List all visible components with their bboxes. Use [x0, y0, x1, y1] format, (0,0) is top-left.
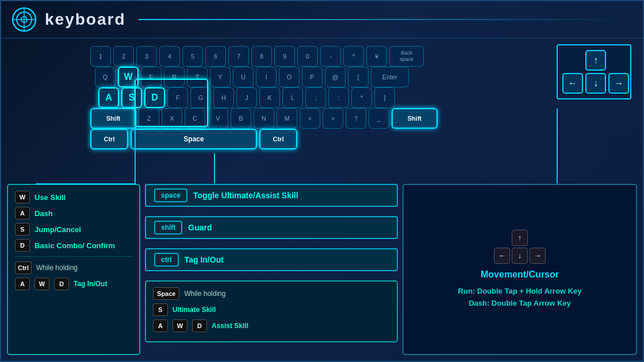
key-7[interactable]: 7 [228, 46, 249, 67]
key-at[interactable]: @ [325, 67, 346, 87]
key-a[interactable]: A [98, 87, 119, 108]
badge-ctrl-hold: Ctrl [15, 261, 32, 274]
key-question[interactable]: ? [346, 108, 366, 129]
key-backspace[interactable]: Backspace [389, 46, 424, 67]
connector-wasd-horiz [36, 183, 136, 184]
key-v[interactable]: V [208, 108, 228, 129]
space-holding-awd: A W D Assist Skill [153, 319, 390, 332]
space-while-holding-label: While holding [184, 290, 225, 298]
logo-icon [10, 6, 38, 33]
key-g[interactable]: G [190, 87, 211, 108]
key-shift-right[interactable]: Shift [392, 108, 438, 129]
arrow-empty-2 [608, 50, 629, 71]
keyboard-wrapper: 1 2 3 4 5 6 7 8 9 0 - ^ ¥ Backspace Q W … [90, 46, 551, 149]
key-m[interactable]: M [277, 108, 297, 129]
cmd-space-box: space Toggle Ultimate/Assist Skill [145, 184, 398, 207]
space-holding-awd-label: Assist Skill [212, 322, 248, 330]
key-bracket-left[interactable]: [ [348, 67, 369, 87]
skill-a-label: Dash [34, 209, 53, 218]
connector-wasd-left [135, 127, 136, 183]
key-yen[interactable]: ¥ [366, 46, 387, 67]
key-8[interactable]: 8 [251, 46, 272, 67]
key-lt[interactable]: < [300, 108, 320, 129]
arrow-right[interactable]: → [608, 73, 629, 94]
cmd-ctrl-key: ctrl [154, 253, 179, 267]
cmd-shift-label: Guard [188, 223, 212, 232]
keyboard-row-2: Q W E R T Y U I O P @ [ Enter [95, 67, 551, 87]
key-space[interactable]: Space [131, 129, 257, 149]
badge-s: S [15, 223, 30, 236]
skill-row-d: D Basic Combo/ Confirm [15, 239, 132, 252]
keyboard-row-4: Shift Z X C V B N M < > ? _ Shift [90, 108, 551, 129]
arrow-keys-box: ↑ ← ↓ → [557, 44, 631, 99]
key-p[interactable]: P [302, 67, 323, 87]
key-q[interactable]: Q [95, 67, 116, 87]
key-ctrl-left[interactable]: Ctrl [90, 129, 128, 149]
key-4[interactable]: 4 [159, 46, 180, 67]
key-minus[interactable]: - [320, 46, 341, 67]
skill-row-s: S Jump/Cancel [15, 223, 132, 236]
cmd-ctrl-box: ctrl Tag In/Out [145, 248, 398, 271]
ctrl-holding-action-label: Tag In/Out [74, 280, 107, 288]
key-u[interactable]: U [233, 67, 254, 87]
key-i[interactable]: I [256, 67, 277, 87]
key-shift-left[interactable]: Shift [90, 108, 136, 129]
key-n[interactable]: N [254, 108, 274, 129]
panel-skills: W Use Skill A Dash S Jump/Cancel D Basic… [7, 184, 140, 355]
key-y[interactable]: Y [210, 67, 231, 87]
arrow-left[interactable]: ← [562, 73, 583, 94]
key-0[interactable]: 0 [297, 46, 318, 67]
key-f[interactable]: F [167, 87, 188, 108]
key-6[interactable]: 6 [205, 46, 226, 67]
badge-space-d: D [192, 319, 207, 332]
bottom-panels: W Use Skill A Dash S Jump/Cancel D Basic… [7, 184, 637, 355]
key-5[interactable]: 5 [182, 46, 203, 67]
key-t[interactable]: T [187, 67, 208, 87]
key-underscore[interactable]: _ [369, 108, 389, 129]
mini-arrow-right: → [530, 248, 546, 264]
key-caret[interactable]: ^ [343, 46, 364, 67]
key-o[interactable]: O [279, 67, 300, 87]
cmd-ctrl-label: Tag In/Out [185, 255, 224, 264]
key-c[interactable]: C [185, 108, 205, 129]
arrow-down[interactable]: ↓ [585, 73, 606, 94]
key-z[interactable]: Z [139, 108, 159, 129]
arrow-up[interactable]: ↑ [585, 50, 606, 71]
movement-tip1: Run: Double Tap + Hold Arrow Key Dash: D… [453, 286, 588, 310]
key-r[interactable]: R [164, 67, 185, 87]
key-w[interactable]: W [118, 67, 139, 87]
key-3[interactable]: 3 [136, 46, 157, 67]
connector-arrows [557, 109, 558, 183]
key-ctrl-right[interactable]: Ctrl [259, 129, 297, 149]
cmd-shift-key: shift [154, 221, 182, 234]
key-s[interactable]: S [121, 87, 142, 108]
movement-title: Movement/Cursor [481, 269, 559, 280]
keyboard-row-3: A S D F G H J K L ; : * ] [98, 87, 551, 108]
key-d[interactable]: D [144, 87, 165, 108]
key-l[interactable]: L [282, 87, 303, 108]
badge-d: D [15, 239, 30, 252]
key-enter[interactable]: Enter [371, 67, 409, 87]
key-gt[interactable]: > [323, 108, 343, 129]
panel-center: space Toggle Ultimate/Assist Skill shift… [145, 184, 398, 355]
key-h[interactable]: H [213, 87, 234, 108]
key-j[interactable]: J [236, 87, 257, 108]
key-asterisk[interactable]: * [351, 87, 372, 108]
badge-space-hold: Space [153, 287, 179, 300]
key-bracket-right[interactable]: ] [374, 87, 395, 108]
keyboard-row-5: Ctrl Space Ctrl [90, 129, 551, 149]
ctrl-while-holding-label: While holding [36, 264, 78, 272]
key-k[interactable]: K [259, 87, 280, 108]
key-x[interactable]: X [162, 108, 182, 129]
arrow-empty-1 [562, 50, 583, 71]
key-semicolon[interactable]: ; [305, 87, 326, 108]
key-b[interactable]: B [231, 108, 251, 129]
key-colon[interactable]: : [328, 87, 349, 108]
cmd-space-key: space [154, 188, 187, 202]
key-e[interactable]: E [141, 67, 162, 87]
movement-arrows-container: ↑ ← ↓ → [494, 230, 546, 264]
key-2[interactable]: 2 [113, 46, 134, 67]
badge-space-w: W [172, 319, 187, 332]
key-9[interactable]: 9 [274, 46, 295, 67]
key-1[interactable]: 1 [90, 46, 111, 67]
